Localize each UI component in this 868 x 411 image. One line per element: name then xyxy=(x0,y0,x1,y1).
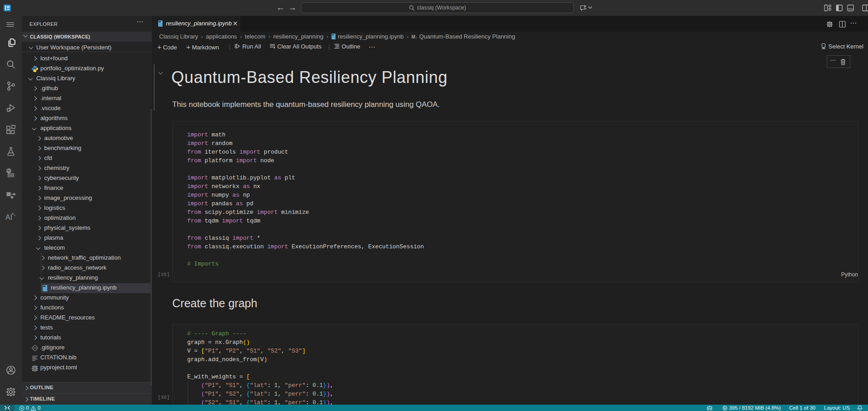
svg-text:AI: AI xyxy=(5,213,12,221)
